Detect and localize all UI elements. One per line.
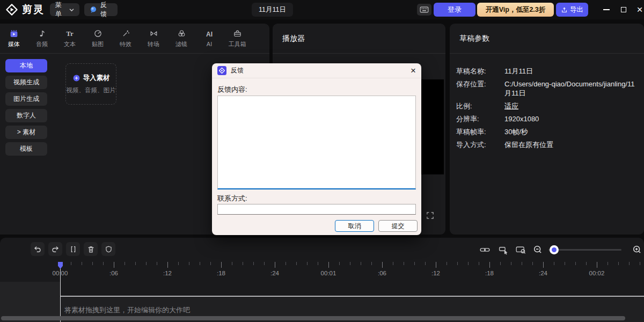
close-icon: × — [636, 4, 642, 16]
tab-label: 特效 — [120, 40, 131, 48]
sidebar-item-image-gen[interactable]: 图片生成 — [5, 92, 47, 106]
ruler-minor-tick — [522, 262, 522, 265]
login-button-label: 登录 — [448, 5, 462, 14]
ruler-minor-tick — [125, 262, 125, 265]
mask-button[interactable] — [101, 242, 115, 256]
project-title-text: 11月11日 — [259, 5, 286, 14]
ruler-minor-tick — [414, 262, 415, 265]
tab-transitions[interactable]: 转场 — [140, 24, 167, 53]
app-logo-icon — [5, 3, 18, 16]
horizontal-scrollbar[interactable] — [1, 316, 625, 320]
link-clips-button[interactable] — [479, 244, 491, 255]
zoom-out-button[interactable] — [532, 244, 544, 255]
contact-input[interactable] — [217, 204, 416, 215]
tab-sticker[interactable]: 贴图 — [84, 24, 112, 53]
login-button[interactable]: 登录 — [434, 3, 475, 17]
timeline-zoom-slider[interactable] — [548, 249, 621, 251]
draft-panel-header: 草稿参数 — [450, 24, 644, 54]
ruler-time-label: :18 — [217, 270, 225, 276]
ruler-minor-tick — [339, 262, 340, 265]
zoom-slider-knob[interactable] — [550, 245, 559, 254]
export-icon — [561, 6, 568, 13]
music-note-icon — [38, 29, 47, 39]
shortcut-keyboard-button[interactable] — [417, 4, 431, 16]
menu-button[interactable]: 菜单 — [50, 3, 79, 16]
maximize-icon — [621, 7, 626, 12]
window-maximize-button[interactable] — [615, 0, 632, 19]
window-minimize-button[interactable] — [598, 0, 615, 19]
tab-audio[interactable]: 音频 — [28, 24, 56, 53]
feedback-content-textarea[interactable] — [217, 96, 416, 189]
tab-text[interactable]: Tr 文本 — [56, 24, 84, 53]
playhead-line — [60, 265, 61, 322]
timeline-ruler[interactable]: 00:00:06:12:18:2400:01:06:12:18:2400:02 — [0, 262, 644, 282]
import-card-subtitle: 视频、音频、图片 — [67, 86, 116, 94]
tab-label: 转场 — [148, 40, 159, 48]
ruler-minor-tick — [554, 262, 554, 265]
feedback-button[interactable]: 反馈 — [84, 3, 118, 16]
split-button[interactable] — [66, 242, 80, 256]
draft-row-label: 保存位置: — [456, 79, 504, 98]
ruler-major-tick — [543, 262, 544, 268]
tab-label: 文本 — [64, 40, 76, 48]
export-button[interactable]: 导出 — [556, 3, 588, 17]
ruler-minor-tick — [500, 262, 501, 265]
fullscreen-icon[interactable] — [426, 211, 435, 221]
vip-button[interactable]: 开通Vip，低至2.3折 — [477, 3, 554, 17]
project-title[interactable]: 11月11日 — [252, 3, 293, 17]
transition-icon — [149, 29, 158, 39]
feedback-content-label: 反馈内容: — [217, 85, 247, 94]
sidebar-item-digital-human[interactable]: 数字人 — [5, 109, 47, 122]
snap-button[interactable] — [497, 244, 509, 255]
window-close-button[interactable]: × — [631, 0, 644, 19]
ruler-minor-tick — [575, 262, 576, 265]
tab-effects[interactable]: 特效 — [112, 24, 140, 53]
draft-row-label: 导入方式: — [456, 140, 504, 149]
undo-button[interactable] — [31, 242, 45, 256]
ruler-time-label: :12 — [163, 270, 172, 276]
dialog-close-icon[interactable]: × — [411, 66, 416, 75]
redo-button[interactable] — [48, 242, 62, 256]
player-panel-title: 播放器 — [282, 34, 305, 43]
ruler-major-tick — [382, 262, 383, 268]
ruler-minor-tick — [71, 262, 71, 265]
chat-bubble-icon — [90, 6, 97, 13]
import-material-card[interactable]: 导入素材 视频、音频、图片 — [65, 63, 116, 105]
ruler-time-label: 00:01 — [321, 270, 336, 276]
ruler-minor-tick — [457, 262, 458, 265]
minimize-icon — [603, 9, 610, 10]
topbar: 剪灵 菜单 反馈 11月11日 登录 开通Vip，低至2.3折 — [0, 0, 644, 19]
ruler-time-label: :12 — [431, 270, 440, 276]
ruler-minor-tick — [586, 262, 587, 265]
tab-toolbox[interactable]: 工具箱 — [223, 24, 251, 53]
ruler-minor-tick — [189, 262, 189, 265]
sidebar-item-local[interactable]: 本地 — [5, 59, 47, 72]
cancel-button[interactable]: 取消 — [335, 220, 374, 232]
preview-axis-button[interactable] — [515, 244, 526, 255]
redo-icon — [50, 244, 60, 254]
player-panel-header: 播放器 — [273, 24, 445, 54]
draft-row-label: 草稿帧率: — [456, 127, 504, 136]
tab-label: 滤镜 — [175, 40, 187, 48]
chain-link-icon — [479, 244, 491, 255]
sidebar-item-templates[interactable]: 模板 — [5, 142, 47, 156]
submit-button[interactable]: 提交 — [378, 220, 418, 232]
zoom-in-button[interactable] — [631, 244, 643, 255]
vip-button-label: 开通Vip，低至2.3折 — [486, 5, 546, 14]
tab-ai[interactable]: AI AI — [195, 24, 223, 53]
sidebar-item-video-gen[interactable]: 视频生成 — [5, 76, 47, 89]
sidebar-item-material[interactable]: > 素材 — [5, 126, 47, 139]
submit-button-label: 提交 — [392, 222, 405, 231]
draft-row-value-ratio[interactable]: 适应 — [504, 101, 518, 111]
ruler-minor-tick — [532, 262, 533, 265]
delete-button[interactable] — [84, 242, 98, 256]
shield-icon — [104, 245, 113, 254]
ruler-minor-tick — [318, 262, 318, 265]
tab-media[interactable]: 媒体 — [0, 24, 28, 53]
tab-filters[interactable]: 滤镜 — [167, 24, 195, 53]
dialog-titlebar[interactable]: 反馈 × — [212, 63, 421, 78]
tab-label: 贴图 — [92, 40, 104, 48]
import-card-title: 导入素材 — [83, 74, 110, 83]
ruler-major-tick — [167, 262, 168, 268]
draft-params-panel: 草稿参数 草稿名称: 11月11日 保存位置: C:/Users/deng-qi… — [450, 24, 644, 235]
